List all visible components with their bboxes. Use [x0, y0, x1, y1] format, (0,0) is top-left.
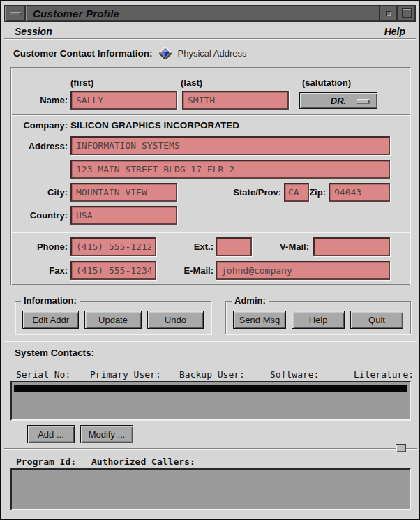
admin-group: Admin: Send Msg Help Quit: [225, 301, 411, 334]
option-menu-icon: [357, 99, 369, 103]
system-contacts-list[interactable]: [10, 381, 411, 421]
form-contacts-divider: [4, 341, 417, 342]
add-contact-button[interactable]: Add ...: [27, 425, 75, 443]
menu-help[interactable]: Help: [384, 26, 405, 37]
col-software: Software:: [270, 369, 319, 380]
company-value: SILICON GRAPHICS INCORPORATED: [70, 120, 239, 131]
authorized-callers-label: Authorized Callers:: [91, 456, 195, 467]
ext-label: Ext.:: [175, 242, 213, 252]
undo-button[interactable]: Undo: [147, 311, 204, 329]
address-line1-field[interactable]: [70, 136, 390, 155]
zip-field[interactable]: [329, 183, 390, 202]
state-field[interactable]: [284, 183, 309, 202]
salutation-value: DR.: [331, 96, 346, 106]
vmail-label: V-Mail:: [266, 242, 309, 252]
customer-profile-window: Customer Profile Session Help Customer C…: [0, 0, 420, 520]
col-backup-user: Backup User:: [179, 369, 245, 380]
company-label: Company:: [10, 120, 68, 131]
quit-button[interactable]: Quit: [350, 311, 403, 329]
vmail-field[interactable]: [313, 237, 390, 256]
country-field[interactable]: [70, 206, 177, 225]
first-name-field[interactable]: [70, 91, 177, 110]
fax-field[interactable]: [70, 261, 156, 280]
state-label: State/Prov:: [224, 187, 281, 198]
zip-label: Zip:: [309, 187, 326, 198]
title-bar: Customer Profile: [4, 5, 416, 22]
window-title: Customer Profile: [26, 6, 379, 21]
modify-contact-button[interactable]: Modify ...: [80, 425, 133, 443]
last-name-caption: (last): [181, 77, 202, 88]
contact-type-value: Physical Address: [178, 48, 247, 59]
information-buttons: Edit Addr Update Undo: [22, 311, 204, 329]
fax-label: Fax:: [10, 265, 68, 276]
address-type-diamond-icon[interactable]: [159, 47, 172, 59]
maximize-button[interactable]: [397, 6, 415, 21]
contact-type-row: Customer Contact Information: Physical A…: [13, 45, 247, 61]
window-menu-icon: [10, 12, 21, 15]
program-id-label: Program Id:: [16, 456, 76, 467]
contact-info-label: Customer Contact Information:: [13, 48, 153, 59]
information-group-legend: Information:: [21, 295, 80, 306]
menu-bar: Session Help: [4, 22, 416, 40]
email-field[interactable]: [216, 261, 390, 280]
phone-field[interactable]: [70, 237, 156, 256]
information-group: Information: Edit Addr Update Undo: [15, 301, 211, 334]
selected-contact-row[interactable]: [14, 385, 407, 392]
salutation-dropdown[interactable]: DR.: [299, 92, 377, 109]
maximize-icon: [402, 8, 412, 18]
city-label: City:: [10, 187, 68, 198]
phone-label: Phone:: [10, 242, 68, 252]
minimize-icon: [386, 11, 391, 16]
city-field[interactable]: [70, 183, 177, 202]
admin-group-legend: Admin:: [232, 295, 269, 306]
window-menu-button[interactable]: [5, 6, 26, 21]
name-company-divider: [12, 114, 410, 116]
address-line2-field[interactable]: [70, 160, 390, 179]
country-label: Country:: [10, 210, 68, 221]
authorized-callers-list[interactable]: [10, 468, 411, 510]
admin-buttons: Send Msg Help Quit: [233, 311, 403, 329]
ext-field[interactable]: [216, 237, 252, 256]
col-primary-user: Primary User:: [90, 369, 161, 380]
system-contacts-title: System Contacts:: [15, 348, 94, 358]
col-literature: Literature:: [354, 369, 414, 380]
name-label: Name:: [10, 95, 68, 105]
pane-divider: [4, 448, 417, 450]
address-phone-divider: [12, 232, 410, 233]
update-button[interactable]: Update: [84, 311, 141, 329]
col-serial-no: Serial No:: [16, 369, 70, 380]
minimize-button[interactable]: [379, 6, 397, 21]
menu-session[interactable]: Session: [15, 26, 52, 37]
send-msg-button[interactable]: Send Msg: [233, 311, 286, 329]
help-button[interactable]: Help: [292, 311, 345, 329]
email-label: E-Mail:: [168, 265, 213, 276]
address-label: Address:: [10, 141, 68, 151]
edit-addr-button[interactable]: Edit Addr: [22, 311, 79, 329]
pane-resize-sash[interactable]: [396, 444, 406, 452]
salutation-caption: (salutation): [302, 77, 351, 88]
first-name-caption: (first): [70, 77, 93, 88]
last-name-field[interactable]: [182, 91, 289, 110]
